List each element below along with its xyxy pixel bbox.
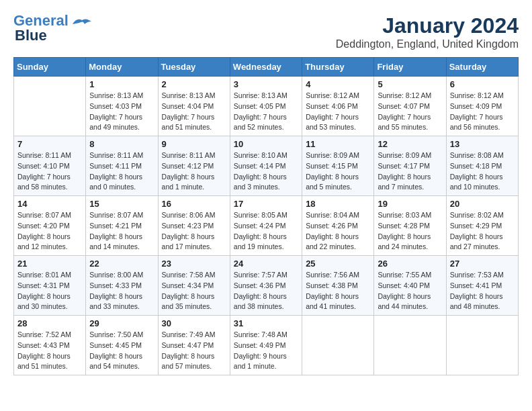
calendar-cell: 6Sunrise: 8:12 AM Sunset: 4:09 PM Daylig… <box>446 77 518 136</box>
day-info: Sunrise: 8:12 AM Sunset: 4:07 PM Dayligh… <box>378 91 442 133</box>
calendar-cell: 2Sunrise: 8:13 AM Sunset: 4:04 PM Daylig… <box>158 77 230 136</box>
calendar-cell: 20Sunrise: 8:02 AM Sunset: 4:29 PM Dayli… <box>446 196 518 256</box>
day-info: Sunrise: 8:11 AM Sunset: 4:12 PM Dayligh… <box>162 150 226 193</box>
day-info: Sunrise: 7:58 AM Sunset: 4:34 PM Dayligh… <box>162 270 226 312</box>
day-info: Sunrise: 8:07 AM Sunset: 4:20 PM Dayligh… <box>17 210 82 253</box>
calendar-cell: 19Sunrise: 8:03 AM Sunset: 4:28 PM Dayli… <box>374 196 446 256</box>
calendar-cell: 15Sunrise: 8:07 AM Sunset: 4:21 PM Dayli… <box>86 196 158 256</box>
logo-bird-icon <box>71 16 93 34</box>
day-info: Sunrise: 8:13 AM Sunset: 4:03 PM Dayligh… <box>89 91 154 133</box>
logo: General Blue <box>13 13 93 43</box>
calendar-cell: 16Sunrise: 8:06 AM Sunset: 4:23 PM Dayli… <box>158 196 230 256</box>
day-number: 24 <box>234 259 298 269</box>
day-number: 20 <box>450 199 515 209</box>
calendar-cell: 11Sunrise: 8:09 AM Sunset: 4:15 PM Dayli… <box>302 136 374 196</box>
calendar-cell: 17Sunrise: 8:05 AM Sunset: 4:24 PM Dayli… <box>230 196 302 256</box>
day-number: 19 <box>378 199 442 209</box>
calendar-cell: 3Sunrise: 8:13 AM Sunset: 4:05 PM Daylig… <box>230 77 302 136</box>
day-info: Sunrise: 8:11 AM Sunset: 4:11 PM Dayligh… <box>89 150 154 193</box>
month-title: January 2024 <box>336 13 519 38</box>
day-info: Sunrise: 8:09 AM Sunset: 4:15 PM Dayligh… <box>306 150 370 193</box>
day-info: Sunrise: 8:11 AM Sunset: 4:10 PM Dayligh… <box>17 150 82 193</box>
day-info: Sunrise: 8:12 AM Sunset: 4:06 PM Dayligh… <box>306 91 370 133</box>
day-info: Sunrise: 8:00 AM Sunset: 4:33 PM Dayligh… <box>89 270 154 312</box>
header-day-saturday: Saturday <box>446 58 518 77</box>
day-number: 7 <box>17 139 82 149</box>
day-number: 26 <box>378 259 442 269</box>
day-info: Sunrise: 8:06 AM Sunset: 4:23 PM Dayligh… <box>162 210 226 253</box>
day-number: 1 <box>89 79 154 89</box>
header-row: SundayMondayTuesdayWednesdayThursdayFrid… <box>14 58 519 77</box>
day-number: 15 <box>89 199 154 209</box>
day-number: 29 <box>89 318 154 328</box>
day-number: 21 <box>17 259 82 269</box>
calendar-cell: 18Sunrise: 8:04 AM Sunset: 4:26 PM Dayli… <box>302 196 374 256</box>
day-number: 31 <box>234 318 298 328</box>
calendar-table: SundayMondayTuesdayWednesdayThursdayFrid… <box>13 57 519 375</box>
calendar-cell: 9Sunrise: 8:11 AM Sunset: 4:12 PM Daylig… <box>158 136 230 196</box>
calendar-body: 1Sunrise: 8:13 AM Sunset: 4:03 PM Daylig… <box>14 77 519 375</box>
day-number: 16 <box>162 199 226 209</box>
day-info: Sunrise: 7:49 AM Sunset: 4:47 PM Dayligh… <box>162 330 226 372</box>
calendar-cell: 21Sunrise: 8:01 AM Sunset: 4:31 PM Dayli… <box>14 256 86 316</box>
day-number: 11 <box>306 139 370 149</box>
calendar-cell <box>374 316 446 375</box>
day-number: 22 <box>89 259 154 269</box>
day-number: 12 <box>378 139 442 149</box>
day-info: Sunrise: 8:05 AM Sunset: 4:24 PM Dayligh… <box>234 210 298 253</box>
day-info: Sunrise: 8:04 AM Sunset: 4:26 PM Dayligh… <box>306 210 370 253</box>
header: General Blue January 2024 Deddington, En… <box>13 13 519 50</box>
week-row-1: 1Sunrise: 8:13 AM Sunset: 4:03 PM Daylig… <box>14 77 519 136</box>
day-info: Sunrise: 8:01 AM Sunset: 4:31 PM Dayligh… <box>17 270 82 312</box>
day-number: 17 <box>234 199 298 209</box>
day-info: Sunrise: 8:09 AM Sunset: 4:17 PM Dayligh… <box>378 150 442 193</box>
calendar-cell: 4Sunrise: 8:12 AM Sunset: 4:06 PM Daylig… <box>302 77 374 136</box>
day-info: Sunrise: 7:50 AM Sunset: 4:45 PM Dayligh… <box>89 330 154 372</box>
calendar-cell: 29Sunrise: 7:50 AM Sunset: 4:45 PM Dayli… <box>86 316 158 375</box>
calendar-cell: 27Sunrise: 7:53 AM Sunset: 4:41 PM Dayli… <box>446 256 518 316</box>
day-number: 9 <box>162 139 226 149</box>
day-number: 13 <box>450 139 515 149</box>
day-info: Sunrise: 7:56 AM Sunset: 4:38 PM Dayligh… <box>306 270 370 312</box>
calendar-cell: 30Sunrise: 7:49 AM Sunset: 4:47 PM Dayli… <box>158 316 230 375</box>
calendar-cell <box>446 316 518 375</box>
day-info: Sunrise: 8:07 AM Sunset: 4:21 PM Dayligh… <box>89 210 154 253</box>
day-info: Sunrise: 8:13 AM Sunset: 4:05 PM Dayligh… <box>234 91 298 133</box>
calendar-cell: 8Sunrise: 8:11 AM Sunset: 4:11 PM Daylig… <box>86 136 158 196</box>
day-info: Sunrise: 8:10 AM Sunset: 4:14 PM Dayligh… <box>234 150 298 193</box>
day-number: 3 <box>234 79 298 89</box>
calendar-cell: 22Sunrise: 8:00 AM Sunset: 4:33 PM Dayli… <box>86 256 158 316</box>
day-info: Sunrise: 7:52 AM Sunset: 4:43 PM Dayligh… <box>17 330 82 372</box>
header-day-thursday: Thursday <box>302 58 374 77</box>
calendar-cell: 12Sunrise: 8:09 AM Sunset: 4:17 PM Dayli… <box>374 136 446 196</box>
calendar-cell: 10Sunrise: 8:10 AM Sunset: 4:14 PM Dayli… <box>230 136 302 196</box>
week-row-3: 14Sunrise: 8:07 AM Sunset: 4:20 PM Dayli… <box>14 196 519 256</box>
day-info: Sunrise: 7:55 AM Sunset: 4:40 PM Dayligh… <box>378 270 442 312</box>
day-info: Sunrise: 7:53 AM Sunset: 4:41 PM Dayligh… <box>450 270 515 312</box>
day-number: 10 <box>234 139 298 149</box>
header-day-wednesday: Wednesday <box>230 58 302 77</box>
calendar-cell: 24Sunrise: 7:57 AM Sunset: 4:36 PM Dayli… <box>230 256 302 316</box>
location-subtitle: Deddington, England, United Kingdom <box>336 38 519 50</box>
day-number: 4 <box>306 79 370 89</box>
calendar-cell: 28Sunrise: 7:52 AM Sunset: 4:43 PM Dayli… <box>14 316 86 375</box>
day-number: 18 <box>306 199 370 209</box>
calendar-cell: 31Sunrise: 7:48 AM Sunset: 4:49 PM Dayli… <box>230 316 302 375</box>
day-info: Sunrise: 8:02 AM Sunset: 4:29 PM Dayligh… <box>450 210 515 253</box>
day-number: 2 <box>162 79 226 89</box>
calendar-cell: 1Sunrise: 8:13 AM Sunset: 4:03 PM Daylig… <box>86 77 158 136</box>
day-info: Sunrise: 8:12 AM Sunset: 4:09 PM Dayligh… <box>450 91 515 133</box>
day-number: 5 <box>378 79 442 89</box>
calendar-cell: 25Sunrise: 7:56 AM Sunset: 4:38 PM Dayli… <box>302 256 374 316</box>
day-number: 25 <box>306 259 370 269</box>
day-number: 30 <box>162 318 226 328</box>
calendar-cell: 14Sunrise: 8:07 AM Sunset: 4:20 PM Dayli… <box>14 196 86 256</box>
day-info: Sunrise: 7:57 AM Sunset: 4:36 PM Dayligh… <box>234 270 298 312</box>
week-row-2: 7Sunrise: 8:11 AM Sunset: 4:10 PM Daylig… <box>14 136 519 196</box>
calendar-cell: 5Sunrise: 8:12 AM Sunset: 4:07 PM Daylig… <box>374 77 446 136</box>
day-number: 8 <box>89 139 154 149</box>
calendar-cell: 13Sunrise: 8:08 AM Sunset: 4:18 PM Dayli… <box>446 136 518 196</box>
day-info: Sunrise: 7:48 AM Sunset: 4:49 PM Dayligh… <box>234 330 298 372</box>
header-day-monday: Monday <box>86 58 158 77</box>
day-info: Sunrise: 8:08 AM Sunset: 4:18 PM Dayligh… <box>450 150 515 193</box>
